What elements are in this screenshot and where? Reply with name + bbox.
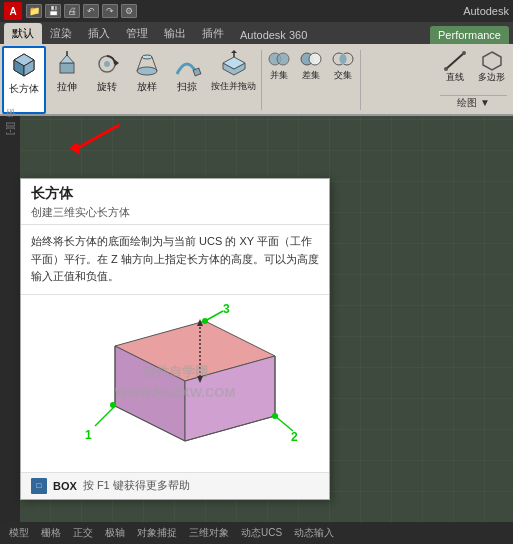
svg-marker-18 — [231, 50, 237, 53]
draw-group-label: 绘图 ▼ — [440, 95, 507, 112]
tab-manage[interactable]: 管理 — [118, 23, 156, 44]
print-icon[interactable]: 🖨 — [64, 4, 80, 18]
box-diagram-svg: 1 2 3 — [45, 301, 305, 466]
svg-marker-9 — [115, 60, 119, 66]
status-osnap[interactable]: 对象捕捉 — [134, 526, 180, 540]
tooltip-body: 始终将长方体的底面绘制为与当前 UCS 的 XY 平面（工作平面）平行。在 Z … — [21, 225, 329, 295]
left-panel: [-][俯] — [0, 116, 20, 522]
polygon-label: 多边形 — [478, 73, 505, 83]
intersect-label: 交集 — [334, 71, 352, 81]
line-icon — [443, 49, 467, 73]
line-label: 直线 — [446, 73, 464, 83]
svg-line-25 — [446, 53, 464, 69]
left-panel-label: [-][俯] — [4, 122, 17, 135]
svg-point-37 — [110, 402, 116, 408]
cmd-label: BOX — [53, 480, 77, 492]
app-logo: A — [4, 2, 22, 20]
rotate-button[interactable]: 旋转 — [88, 46, 126, 114]
svg-rect-14 — [193, 68, 201, 76]
subtract-icon — [299, 47, 323, 71]
save-icon[interactable]: 💾 — [45, 4, 61, 18]
app-title: Autodesk — [463, 5, 509, 17]
tab-render[interactable]: 渲染 — [42, 23, 80, 44]
union-label: 并集 — [270, 71, 288, 81]
help-text: 按 F1 键获得更多帮助 — [83, 478, 190, 493]
tooltip-title: 长方体 — [31, 185, 319, 203]
status-bar: 模型 栅格 正交 极轴 对象捕捉 三维对象 动态UCS 动态输入 — [0, 522, 513, 544]
rotate-label: 旋转 — [97, 81, 117, 93]
settings-icon[interactable]: ⚙ — [121, 4, 137, 18]
sweep-icon — [171, 48, 203, 80]
tooltip-image: 1 2 3 — [21, 295, 329, 473]
tab-output[interactable]: 输出 — [156, 23, 194, 44]
union-button[interactable]: 并集 — [264, 46, 294, 114]
sweep-button[interactable]: 扫掠 — [168, 46, 206, 114]
union-icon — [267, 47, 291, 71]
press-pull-label: 按住并拖动 — [211, 81, 256, 92]
subtract-label: 差集 — [302, 71, 320, 81]
status-ducs[interactable]: 动态UCS — [238, 526, 285, 540]
title-bar-icons: 📁 💾 🖨 ↶ ↷ ⚙ — [26, 4, 137, 18]
tooltip-popup: 长方体 创建三维实心长方体 始终将长方体的底面绘制为与当前 UCS 的 XY 平… — [20, 178, 330, 500]
svg-marker-5 — [60, 55, 74, 63]
box-button[interactable]: 长方体 — [2, 46, 46, 114]
press-pull-icon — [218, 48, 250, 80]
polygon-icon — [480, 49, 504, 73]
redo-icon[interactable]: ↷ — [102, 4, 118, 18]
loft-icon — [131, 48, 163, 80]
press-pull-button[interactable]: 按住并拖动 — [208, 46, 259, 114]
status-polar[interactable]: 极轴 — [102, 526, 128, 540]
polygon-button[interactable]: 多边形 — [476, 48, 507, 84]
svg-point-40 — [272, 413, 278, 419]
ribbon-panel: 长方体 拉伸 旋转 — [0, 44, 513, 116]
undo-icon[interactable]: ↶ — [83, 4, 99, 18]
intersect-icon — [331, 47, 355, 71]
svg-marker-28 — [483, 52, 501, 70]
subtract-button[interactable]: 差集 — [296, 46, 326, 114]
tooltip-footer: □ BOX 按 F1 键获得更多帮助 — [21, 473, 329, 499]
ribbon-div1 — [261, 50, 262, 110]
svg-point-8 — [104, 61, 110, 67]
svg-point-20 — [277, 53, 289, 65]
tooltip-subtitle: 创建三维实心长方体 — [31, 205, 319, 220]
line-button[interactable]: 直线 — [440, 48, 470, 84]
svg-point-11 — [142, 55, 152, 59]
loft-button[interactable]: 放样 — [128, 46, 166, 114]
stretch-label: 拉伸 — [57, 81, 77, 93]
svg-rect-4 — [60, 63, 74, 73]
tab-performance[interactable]: Performance — [430, 26, 509, 44]
stretch-icon — [51, 48, 83, 80]
intersect-button[interactable]: 交集 — [328, 46, 358, 114]
drawing-area[interactable]: 长方体 创建三维实心长方体 始终将长方体的底面绘制为与当前 UCS 的 XY 平… — [20, 116, 513, 522]
stretch-button[interactable]: 拉伸 — [48, 46, 86, 114]
tab-autodesk360[interactable]: Autodesk 360 — [232, 26, 315, 44]
svg-line-39 — [275, 416, 293, 431]
svg-text:3: 3 — [223, 302, 230, 316]
sweep-label: 扫掠 — [177, 81, 197, 93]
status-grid[interactable]: 栅格 — [38, 526, 64, 540]
cmd-icon: □ — [31, 478, 47, 494]
status-dynin[interactable]: 动态输入 — [291, 526, 337, 540]
ribbon-div2 — [360, 50, 361, 110]
svg-line-42 — [205, 311, 223, 321]
open-icon[interactable]: 📁 — [26, 4, 42, 18]
box-label: 长方体 — [9, 83, 39, 95]
svg-text:2: 2 — [291, 430, 298, 444]
tab-insert[interactable]: 插入 — [80, 23, 118, 44]
title-bar: A 📁 💾 🖨 ↶ ↷ ⚙ Autodesk — [0, 0, 513, 22]
main-area: [-][俯] 长方体 创建三维实心长方体 始终将长方体的底面绘制为与当前 UCS… — [0, 116, 513, 522]
tooltip-header: 长方体 创建三维实心长方体 — [21, 179, 329, 225]
svg-point-10 — [137, 67, 157, 75]
tab-plugin[interactable]: 插件 — [194, 23, 232, 44]
rotate-icon — [91, 48, 123, 80]
status-ortho[interactable]: 正交 — [70, 526, 96, 540]
tab-default[interactable]: 默认 — [4, 23, 42, 44]
svg-point-43 — [202, 318, 208, 324]
svg-point-26 — [444, 67, 448, 71]
box-icon — [8, 50, 40, 82]
loft-label: 放样 — [137, 81, 157, 93]
status-model[interactable]: 模型 — [6, 526, 32, 540]
ribbon-tabs: 默认 渲染 插入 管理 输出 插件 Autodesk 360 Performan… — [0, 22, 513, 44]
svg-text:1: 1 — [85, 428, 92, 442]
status-3dosnap[interactable]: 三维对象 — [186, 526, 232, 540]
